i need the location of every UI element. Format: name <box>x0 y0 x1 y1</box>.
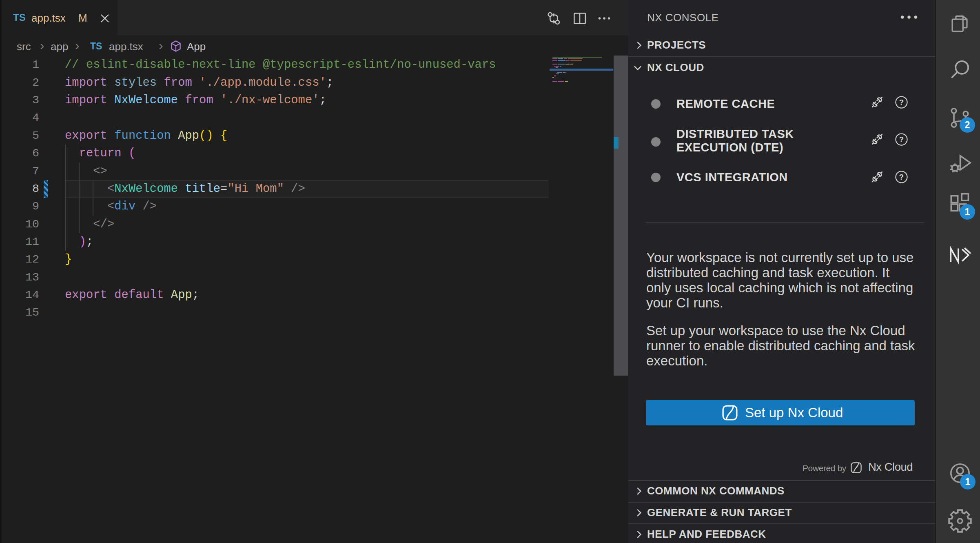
svg-text:?: ? <box>899 135 904 144</box>
svg-text:?: ? <box>899 173 904 181</box>
svg-text:?: ? <box>899 98 904 107</box>
